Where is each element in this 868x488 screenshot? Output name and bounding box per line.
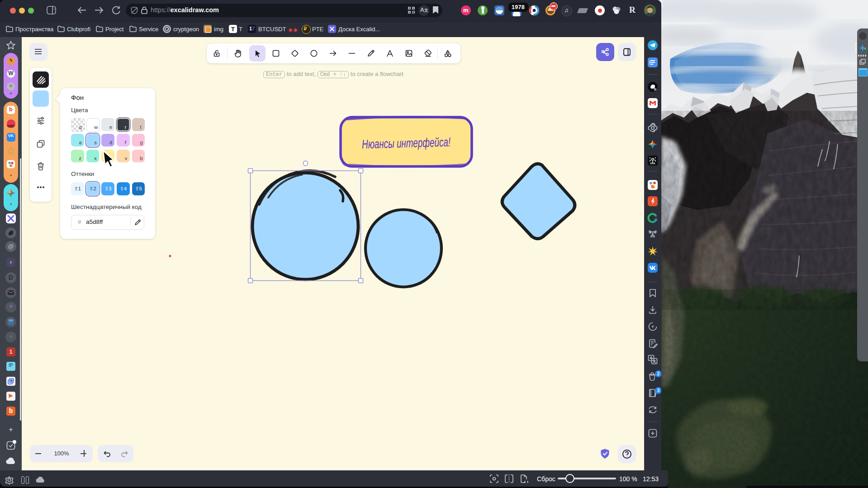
svg-text:Нюансы интерфейса!: Нюансы интерфейса! <box>362 135 451 151</box>
